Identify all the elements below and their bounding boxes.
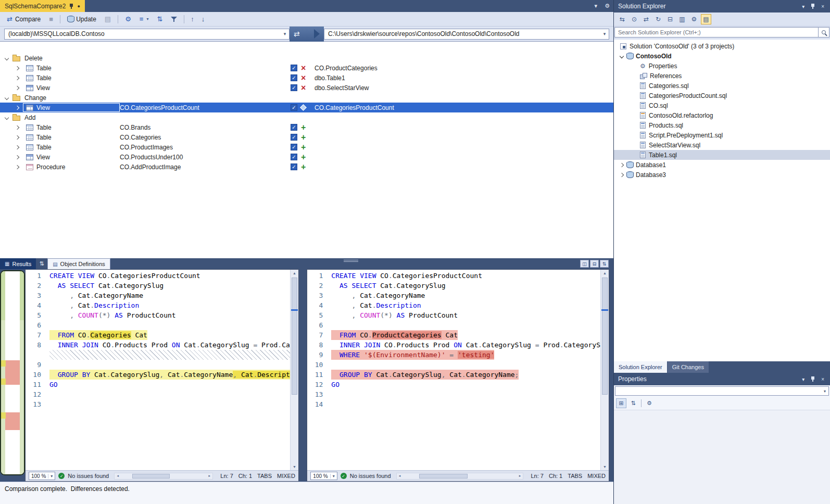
swap-panes-button[interactable]: ⇅: [600, 260, 609, 268]
preview-selected-items-icon[interactable]: ▤: [701, 14, 711, 24]
compare-row-dbo-table1[interactable]: Table✓×dbo.Table1: [0, 73, 613, 83]
tab-sqlschemacompare2[interactable]: SqlSchemaCompare2 ●: [0, 0, 85, 12]
include-checkbox[interactable]: ✓: [291, 84, 301, 91]
swap-direction-button[interactable]: ⇄: [290, 27, 324, 42]
left-code[interactable]: CREATE VIEW CO.CategoriesProductCount AS…: [46, 270, 290, 470]
scroll-left-icon[interactable]: ◂: [115, 473, 121, 479]
right-vertical-scrollbar[interactable]: ▲ ▼: [600, 270, 609, 470]
stop-button[interactable]: ■: [45, 14, 57, 24]
right-horizontal-scrollbar[interactable]: ◂ ▸: [396, 473, 524, 480]
compare-row-co-brands[interactable]: TableCO.Brands✓+: [0, 122, 613, 132]
collapse-all-icon[interactable]: ⊟: [665, 14, 675, 24]
collapsed-chevron-icon[interactable]: [620, 162, 624, 167]
pin-icon[interactable]: [810, 376, 815, 382]
scroll-up-icon[interactable]: ▲: [291, 270, 298, 276]
compare-row-co-addproductimage[interactable]: ProcedureCO.AddProductImage✓+: [0, 162, 613, 172]
chevron-down-icon[interactable]: ▾: [281, 31, 289, 36]
tree-item-script-predeployment1-sql[interactable]: Script.PreDeployment1.sql: [614, 130, 830, 140]
scroll-right-icon[interactable]: ▸: [517, 473, 523, 479]
collapsed-chevron-icon[interactable]: [620, 172, 624, 177]
results-sort-button[interactable]: ⇅: [36, 258, 47, 269]
vscroll-thumb[interactable]: [292, 278, 297, 395]
scroll-right-icon[interactable]: ▸: [206, 473, 212, 479]
refresh-icon[interactable]: ↻: [653, 14, 663, 24]
compare-row-co-categories[interactable]: TableCO.Categories✓+: [0, 132, 613, 142]
show-all-files-icon[interactable]: ▥: [677, 14, 687, 24]
chevron-down-icon[interactable]: ▾: [600, 31, 609, 36]
left-horizontal-scrollbar[interactable]: ◂ ▸: [114, 473, 213, 480]
scroll-down-icon[interactable]: ▼: [291, 463, 298, 470]
include-checkbox[interactable]: ✓: [291, 154, 301, 160]
pin-icon[interactable]: [810, 3, 815, 9]
tree-item-references[interactable]: References: [614, 71, 830, 81]
compare-row-dbo-selectstarview[interactable]: View✓×dbo.SelectStarView: [0, 83, 613, 93]
expanded-chevron-icon[interactable]: [620, 54, 624, 58]
zoom-select[interactable]: 100 % ▾: [310, 472, 337, 480]
row-chevron-icon[interactable]: [15, 145, 19, 149]
tree-item-selectstarview-sql[interactable]: SelectStarView.sql: [614, 140, 830, 150]
options-gear-button[interactable]: ⚙: [121, 14, 135, 24]
scroll-down-icon[interactable]: ▼: [601, 463, 609, 470]
chevron-down-icon[interactable]: ▾: [591, 0, 601, 12]
tree-item-categoriesproductcount-sql[interactable]: CategoriesProductCount.sql: [614, 91, 830, 100]
source-connection-combo[interactable]: (localdb)\MSSQLLocalDB.Contoso ▾: [4, 29, 290, 40]
include-checkbox[interactable]: ✓: [291, 144, 301, 150]
tab-solution-explorer[interactable]: Solution Explorer: [614, 361, 667, 373]
layout-horizontal-button[interactable]: ⊟: [590, 260, 599, 268]
compare-row-co-productcategories[interactable]: Table✓×CO.ProductCategories: [0, 63, 613, 73]
hscroll-thumb[interactable]: [132, 474, 169, 478]
tree-item-products-sql[interactable]: Products.sql: [614, 120, 830, 130]
tree-item-contosoold-refactorlog[interactable]: ContosoOld.refactorlog: [614, 110, 830, 120]
group-row-change[interactable]: Change: [0, 93, 613, 103]
row-chevron-icon[interactable]: [15, 165, 19, 169]
close-icon[interactable]: ×: [820, 4, 826, 9]
tree-item-co-sql[interactable]: CO.sql: [614, 100, 830, 110]
include-checkbox[interactable]: ✓: [291, 124, 301, 131]
tree-item-categories-sql[interactable]: Categories.sql: [614, 81, 830, 91]
group-row-add[interactable]: Add: [0, 112, 613, 122]
sort-order-button[interactable]: ⇅: [153, 14, 166, 24]
properties-icon[interactable]: ⚙: [689, 14, 699, 24]
group-chevron-icon[interactable]: [5, 95, 9, 99]
row-chevron-icon[interactable]: [15, 135, 19, 139]
row-chevron-icon[interactable]: [15, 155, 19, 159]
hscroll-thumb[interactable]: [419, 474, 467, 478]
layout-vertical-button[interactable]: ◫: [580, 260, 589, 268]
include-checkbox[interactable]: ✓: [291, 74, 301, 81]
search-input[interactable]: [614, 27, 819, 37]
funnel-filter-button[interactable]: [167, 15, 181, 24]
properties-object-combo[interactable]: ▾: [615, 386, 829, 396]
gear-icon[interactable]: ⚙: [601, 0, 613, 12]
tab-object-definitions[interactable]: ▤ Object Definitions: [47, 258, 110, 269]
close-icon[interactable]: ×: [820, 376, 826, 382]
row-chevron-icon[interactable]: [15, 105, 19, 109]
filter-dropdown-button[interactable]: ≡ ▾: [136, 14, 153, 24]
tree-item-table1-sql[interactable]: Table1.sql: [614, 150, 830, 160]
tree-item-database3[interactable]: Database3: [614, 170, 830, 180]
pane-splitter[interactable]: [299, 269, 307, 482]
window-position-icon[interactable]: ▾: [800, 4, 806, 9]
switch-views-icon[interactable]: ⇄: [641, 14, 651, 24]
sync-with-active-document-icon[interactable]: ⇆: [617, 14, 627, 24]
scroll-up-icon[interactable]: ▲: [601, 270, 609, 276]
compare-button[interactable]: ⇄ Compare: [3, 14, 44, 24]
next-difference-button[interactable]: ↓: [198, 14, 208, 24]
compare-row-co-productimages[interactable]: TableCO.ProductImages✓+: [0, 142, 613, 152]
include-checkbox[interactable]: ✓: [291, 163, 301, 170]
update-button[interactable]: Update: [64, 14, 100, 24]
target-connection-combo[interactable]: C:\Users\drskwier\source\repos\ContosoOl…: [324, 29, 609, 40]
tree-item-contosoold[interactable]: ContosoOld: [614, 51, 830, 61]
tree-item-database1[interactable]: Database1: [614, 160, 830, 170]
group-chevron-icon[interactable]: [5, 115, 9, 119]
include-checkbox[interactable]: ✓: [291, 65, 301, 71]
include-checkbox[interactable]: ✓: [291, 104, 301, 111]
compare-row-co-productsunder100[interactable]: ViewCO.ProductsUnder100✓+: [0, 152, 613, 162]
categorized-icon[interactable]: ⊞: [616, 398, 626, 408]
tab-results[interactable]: ▦ Results: [0, 258, 36, 269]
scroll-left-icon[interactable]: ◂: [397, 473, 403, 479]
pin-icon[interactable]: [69, 3, 74, 9]
property-pages-icon[interactable]: ⚙: [644, 398, 655, 408]
tree-item-properties[interactable]: ⚙Properties: [614, 61, 830, 71]
zoom-select[interactable]: 100 % ▾: [29, 472, 55, 480]
alphabetical-sort-icon[interactable]: ⇅: [628, 398, 638, 408]
